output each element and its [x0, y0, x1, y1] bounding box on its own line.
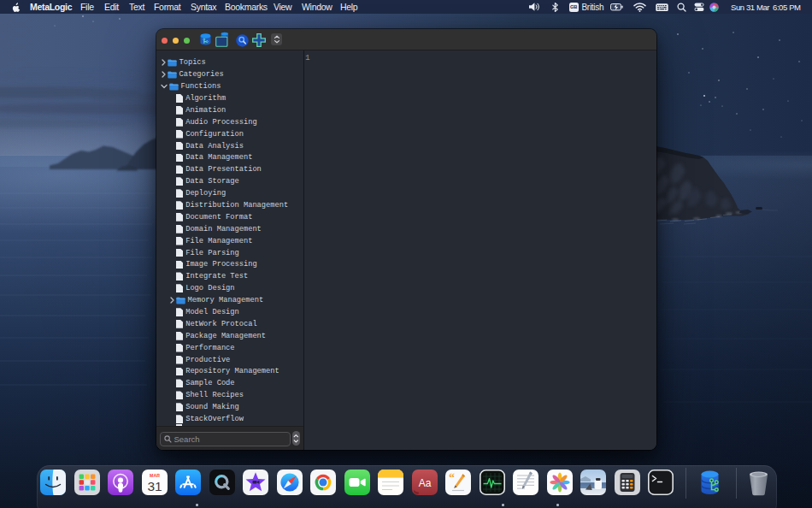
svg-text:31: 31 [147, 479, 162, 493]
svg-text:“: “ [449, 471, 455, 484]
svg-text:Aa: Aa [418, 477, 431, 489]
svg-text:MAR: MAR [150, 473, 160, 478]
